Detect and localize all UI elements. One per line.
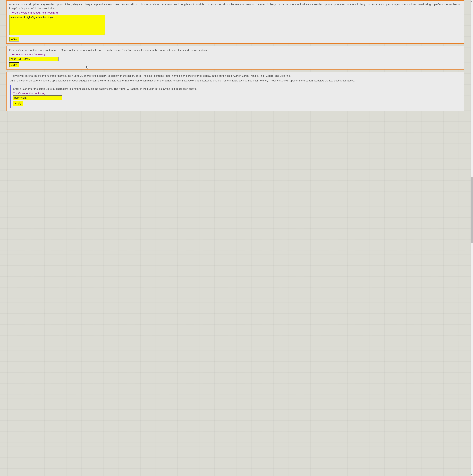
creators-card: Now we will enter a list of content crea… [6, 72, 464, 111]
alt-text-label: The Gallery Card Image Alt Text (require… [9, 11, 461, 14]
vertical-scrollbar[interactable] [471, 0, 473, 476]
alt-text-apply-button[interactable]: Apply [9, 37, 19, 41]
scroll-down-button[interactable] [471, 474, 473, 476]
alt-text-card: Enter a concise "alt" (alternate) text d… [6, 0, 464, 44]
creators-description-1: Now we will enter a list of content crea… [10, 74, 460, 78]
category-description: Enter a Category for the comic content u… [9, 48, 461, 52]
author-card: Enter a Author for the comic up to 32 ch… [10, 85, 460, 109]
svg-marker-1 [472, 475, 473, 475]
chevron-down-icon [471, 474, 473, 476]
category-input[interactable] [9, 57, 58, 61]
author-description: Enter a Author for the comic up to 32 ch… [13, 87, 457, 91]
scroll-up-button[interactable] [471, 0, 473, 2]
alt-text-input[interactable] [9, 15, 105, 35]
alt-text-description: Enter a concise "alt" (alternate) text d… [9, 2, 461, 10]
svg-marker-0 [472, 1, 473, 1]
category-apply-button[interactable]: Apply [9, 62, 19, 67]
creators-description-2: All of the content creator values are op… [10, 79, 460, 83]
author-label: The Comic Author (optional): [13, 92, 457, 95]
author-apply-button[interactable]: Apply [13, 101, 23, 106]
chevron-up-icon [471, 0, 473, 2]
category-label: The Comic Category (required): [9, 53, 461, 56]
scrollbar-track[interactable] [471, 2, 473, 474]
scrollbar-thumb[interactable] [471, 177, 473, 243]
author-input[interactable] [13, 95, 62, 100]
category-card: Enter a Category for the comic content u… [6, 46, 464, 69]
